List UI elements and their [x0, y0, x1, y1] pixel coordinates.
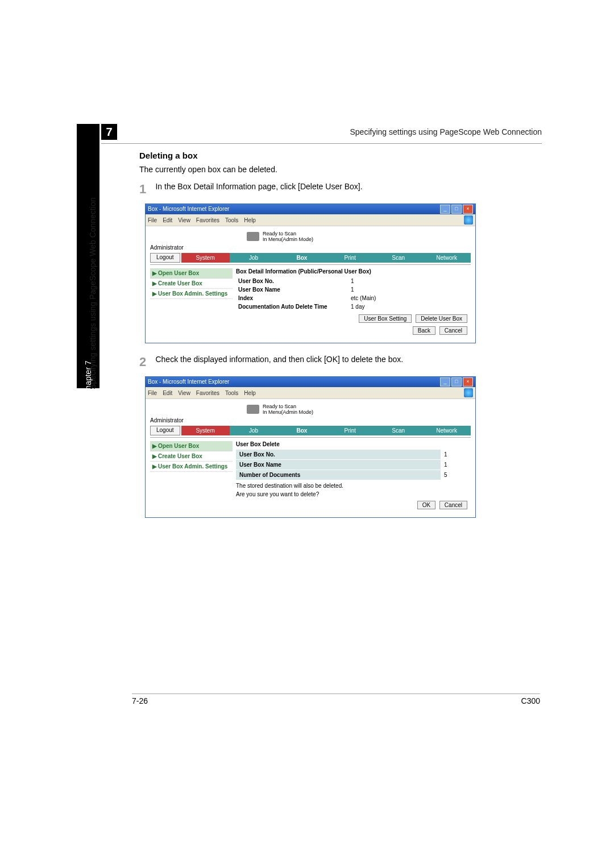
vertical-side-text: Specifying settings using PageScope Web … [88, 197, 97, 389]
menu-help[interactable]: Help [244, 390, 256, 396]
menu-tools[interactable]: Tools [225, 390, 238, 396]
logout-button[interactable]: Logout [150, 253, 180, 263]
maximize-icon[interactable]: □ [451, 377, 462, 387]
row-label: Index [236, 294, 349, 302]
printer-icon [247, 232, 259, 241]
maximize-icon[interactable]: □ [451, 205, 462, 214]
ie-menubar: File Edit View Favorites Tools Help [146, 214, 475, 226]
step-text: In the Box Detail Information page, clic… [155, 182, 362, 191]
row-label: Number of Documents [236, 470, 441, 480]
close-icon[interactable]: × [463, 377, 473, 387]
tab-network[interactable]: Network [422, 426, 471, 435]
delete-msg-2: Are you sure you want to delete? [236, 491, 471, 497]
printer-status: Ready to Scan In Menu(Admin Mode) [247, 404, 471, 415]
row-value: 1 day [349, 302, 471, 311]
row-value: etc (Main) [349, 294, 471, 302]
ie-menubar: File Edit View Favorites Tools Help [146, 387, 475, 399]
row-value: 1 [349, 277, 471, 285]
sidebar-user-box-admin[interactable]: ▶User Box Admin. Settings [150, 289, 233, 299]
tab-system[interactable]: System [181, 253, 230, 263]
menu-edit[interactable]: Edit [163, 217, 172, 223]
tab-network[interactable]: Network [422, 253, 471, 263]
menu-edit[interactable]: Edit [163, 390, 172, 396]
row-label: User Box Name [236, 460, 441, 470]
row-label: User Box No. [236, 277, 349, 285]
detail-title: User Box Delete [236, 441, 471, 447]
tab-print[interactable]: Print [326, 426, 374, 435]
menu-file[interactable]: File [148, 390, 157, 396]
menu-view[interactable]: View [178, 217, 190, 223]
delete-msg-1: The stored destination will also be dele… [236, 483, 471, 489]
row-label: User Box Name [236, 285, 349, 294]
admin-label: Administrator [150, 417, 471, 423]
window-titlebar: Box - Microsoft Internet Explorer _ □ × [146, 204, 475, 214]
delete-user-box-button[interactable]: Delete User Box [416, 314, 467, 323]
back-button[interactable]: Back [413, 326, 435, 335]
row-label: User Box No. [236, 450, 441, 460]
cancel-button[interactable]: Cancel [439, 501, 467, 509]
status-line-1: Ready to Scan [263, 404, 313, 409]
minimize-icon[interactable]: _ [440, 377, 450, 387]
page-number: 7-26 [132, 696, 148, 705]
menu-favorites[interactable]: Favorites [196, 390, 219, 396]
sidebar-create-user-box[interactable]: ▶Create User Box [150, 279, 233, 289]
tab-job[interactable]: Job [230, 253, 278, 263]
row-value: 5 [441, 470, 471, 480]
ie-logo-icon [464, 215, 473, 225]
row-value: 1 [441, 450, 471, 460]
admin-label: Administrator [150, 244, 471, 251]
header-title: Specifying settings using PageScope Web … [350, 127, 542, 136]
close-icon[interactable]: × [463, 205, 473, 214]
printer-status: Ready to Scan In Menu(Admin Mode) [247, 231, 471, 242]
menu-view[interactable]: View [178, 390, 190, 396]
logout-button[interactable]: Logout [150, 426, 180, 435]
sidebar-create-user-box[interactable]: ▶Create User Box [150, 451, 233, 462]
tab-system[interactable]: System [181, 426, 230, 435]
window-titlebar: Box - Microsoft Internet Explorer _ □ × [146, 377, 475, 387]
cancel-button[interactable]: Cancel [439, 326, 467, 335]
step-text: Check the displayed information, and the… [155, 355, 403, 364]
section-intro: The currently open box can be deleted. [139, 165, 537, 174]
menu-file[interactable]: File [148, 217, 157, 223]
step-number: 1 [139, 182, 153, 197]
row-label: Documentation Auto Delete Time [236, 302, 349, 311]
tab-scan[interactable]: Scan [374, 253, 422, 263]
status-line-2: In Menu(Admin Mode) [263, 409, 313, 415]
tab-scan[interactable]: Scan [374, 426, 422, 435]
printer-icon [247, 405, 259, 414]
ie-logo-icon [464, 388, 473, 397]
tab-job[interactable]: Job [230, 426, 278, 435]
step-1: 1 In the Box Detail Information page, cl… [139, 182, 537, 197]
minimize-icon[interactable]: _ [440, 205, 450, 214]
step-2: 2 Check the displayed information, and t… [139, 355, 537, 369]
row-value: 1 [349, 285, 471, 294]
menu-help[interactable]: Help [244, 217, 256, 223]
page-header: 7 Specifying settings using PageScope We… [101, 124, 542, 144]
step-number: 2 [139, 355, 153, 369]
menu-tools[interactable]: Tools [225, 217, 238, 223]
window-title: Box - Microsoft Internet Explorer [148, 204, 229, 214]
tab-box[interactable]: Box [277, 426, 326, 435]
row-value: 1 [441, 460, 471, 470]
sidebar-user-box-admin[interactable]: ▶User Box Admin. Settings [150, 462, 233, 472]
screenshot-2: Box - Microsoft Internet Explorer _ □ × … [145, 376, 476, 518]
chapter-number: 7 [101, 124, 117, 140]
status-line-1: Ready to Scan [263, 231, 313, 236]
page-footer: 7-26 C300 [132, 693, 540, 705]
user-box-setting-button[interactable]: User Box Setting [359, 314, 412, 323]
window-title: Box - Microsoft Internet Explorer [148, 377, 229, 387]
ok-button[interactable]: OK [417, 501, 435, 509]
tab-print[interactable]: Print [326, 253, 374, 263]
menu-favorites[interactable]: Favorites [196, 217, 219, 223]
section-title: Deleting a box [139, 151, 537, 160]
status-line-2: In Menu(Admin Mode) [263, 236, 313, 242]
detail-title: Box Detail Information (Public/Personal … [236, 268, 471, 275]
model-number: C300 [521, 696, 540, 705]
sidebar-open-user-box[interactable]: ▶Open User Box [150, 268, 233, 279]
sidebar-open-user-box[interactable]: ▶Open User Box [150, 441, 233, 451]
screenshot-1: Box - Microsoft Internet Explorer _ □ × … [145, 203, 476, 343]
tab-box[interactable]: Box [277, 253, 326, 263]
